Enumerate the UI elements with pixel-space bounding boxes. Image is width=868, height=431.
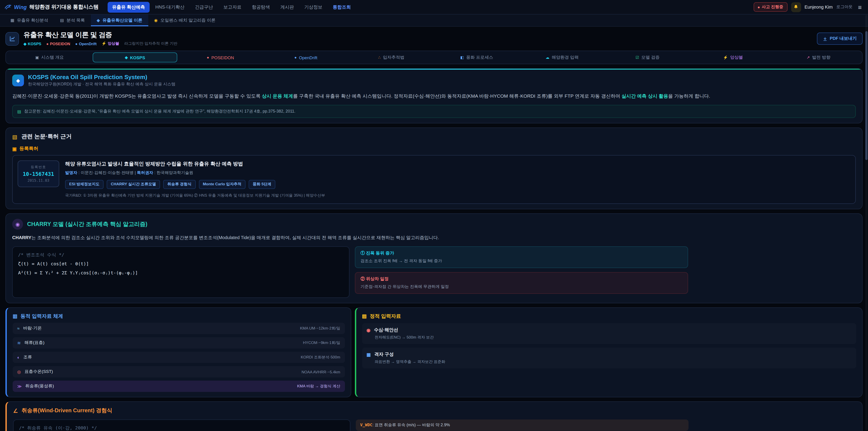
dot-icon: ● bbox=[75, 41, 78, 46]
tag-wdc-formula: 취송류 경험식 bbox=[163, 180, 195, 189]
tab-system-overview[interactable]: ▣시스템 개요 bbox=[7, 53, 92, 62]
wdc-notes-column: V_WDC: 표면 취송류 유속 (m/s) — 바람의 약 2.9% 18.6… bbox=[355, 420, 688, 431]
temperature-icon: ◎ bbox=[17, 370, 21, 374]
tab-label: 입자추적법 bbox=[383, 55, 404, 60]
top-navigation-bar: Wing 해양환경 위기대응 통합시스템 유출유 확산예측 HNS·대기확산 긴… bbox=[0, 0, 868, 14]
charry-description: CHARRY는 조화분석에 의한 검조소 실시간 조위와 조석 수치모델링에 의… bbox=[12, 234, 856, 242]
tab-future-direction[interactable]: ↗발전 방향 bbox=[776, 53, 861, 62]
subtab-model-theory[interactable]: ◈ 유출유확산모델 이론 bbox=[91, 14, 148, 26]
nav-item-board[interactable]: 게시판 bbox=[276, 2, 298, 12]
kosps-description: 김혜진·이문진·오세웅·강준묵 등(2011)이 개발한 KOSPS는 유출오염… bbox=[12, 92, 856, 100]
nav-item-aerial-search[interactable]: 항공탐색 bbox=[247, 2, 274, 12]
user-name: Eunjeong Kim bbox=[804, 4, 833, 9]
logout-button[interactable]: 로그아웃 bbox=[836, 4, 852, 10]
nav-item-emergency-rescue[interactable]: 긴급구난 bbox=[190, 2, 217, 12]
pdf-export-label: PDF 내보내기 bbox=[830, 36, 857, 41]
registration-number: 10-1567431 bbox=[21, 171, 56, 177]
subtab-label: 오일펜스 배치 알고리즘 이론 bbox=[160, 18, 215, 23]
nav-item-weather-info[interactable]: 기상정보 bbox=[300, 2, 327, 12]
group-label-text: 등록특허 bbox=[20, 146, 38, 152]
subtab-spill-analysis[interactable]: ▦ 유출유 확산분석 bbox=[4, 14, 54, 26]
tab-particle-tracking[interactable]: ∴입자추적법 bbox=[349, 53, 434, 62]
tag-esi-map: ESI 방제정보지도 bbox=[65, 180, 103, 189]
charry-notes-column: ① 진폭 동위 증가 검조소 조위 진폭 f배 → 전 격자 동일 f배 증가 … bbox=[355, 247, 688, 298]
nav-item-integrated-search[interactable]: 통합조회 bbox=[328, 2, 355, 12]
model-theory-icon: ◈ bbox=[97, 18, 100, 23]
pdf-export-button[interactable]: PDF 내보내기 bbox=[817, 33, 863, 45]
tab-opendrift[interactable]: ●OpenDrift bbox=[264, 53, 348, 62]
page-icon-chip bbox=[5, 32, 19, 45]
kosps-body-text: 을 가능하게 합니다. bbox=[668, 93, 710, 98]
assignee-value: : 한국해양과학기술원 bbox=[153, 171, 193, 175]
subtab-label: 유출유확산모델 이론 bbox=[102, 18, 142, 23]
note-title: ① 진폭 동위 증가 bbox=[361, 251, 683, 256]
scrollbar-thumb[interactable] bbox=[865, 31, 868, 160]
incident-dot-icon: ● bbox=[757, 5, 760, 9]
nav-item-reports[interactable]: 보고자료 bbox=[219, 2, 246, 12]
kosps-highlight: 실시간 예측 상시 활용 bbox=[621, 93, 668, 98]
charry-section-title: CHARRY 모델 (실시간 조류예측 핵심 알고리즘) bbox=[27, 221, 147, 228]
brand-logo-text: Wing bbox=[14, 4, 27, 10]
app-title: 해양환경 위기대응 통합시스템 bbox=[29, 4, 98, 10]
incident-status-badge[interactable]: ● 사고 진행중 bbox=[753, 2, 787, 12]
dot-icon: ● bbox=[294, 55, 297, 60]
tab-label: 풍화 프로세스 bbox=[466, 55, 493, 60]
wdc-speed-formula-block: /* 취송류 유속 (이·강, 2000) */ V_WDC = 0.029 ×… bbox=[13, 420, 350, 431]
spiral-icon: ◉ bbox=[12, 219, 23, 230]
notifications-button[interactable] bbox=[791, 2, 801, 12]
note-text: : 표면 취송류 유속 (m/s) — 바람의 약 2.9% bbox=[372, 423, 450, 427]
kosps-section-subtitle: 한국해양연구원(KORDI) 개발 · 전국 해역 특화 유출유 확산 예측 상… bbox=[28, 81, 176, 87]
nav-item-hns-atmospheric[interactable]: HNS·대기확산 bbox=[151, 2, 189, 12]
item-description: 좌표변환 → 영역추출 → 격자보간 표준화 bbox=[366, 360, 852, 365]
vertical-scrollbar[interactable] bbox=[865, 15, 868, 430]
brand-home-link[interactable]: Wing 해양환경 위기대응 통합시스템 bbox=[4, 4, 98, 10]
badge-label: OpenDrift bbox=[79, 41, 96, 46]
formula-line: ζ(t) = A(t) cos[σt - θ(t)] bbox=[18, 260, 344, 269]
tab-label: 모델 검증 bbox=[641, 55, 659, 60]
dynamic-row-wind: ≈바람·기온 KMA UM·~12km·2회/일 bbox=[13, 323, 345, 334]
lightning-icon: ⚡ bbox=[101, 41, 106, 45]
chart-icon: ▦ bbox=[10, 18, 14, 23]
wdc-formulas-column: /* 취송류 유속 (이·강, 2000) */ V_WDC = 0.029 ×… bbox=[13, 420, 350, 431]
model-badges: ◆KOSPS ●POSEIDON ●OpenDrift ⚡앙상블 라그랑지안 입… bbox=[24, 41, 178, 47]
hamburger-menu-icon[interactable]: ≡ bbox=[856, 3, 864, 11]
badge-label: 앙상블 bbox=[108, 41, 119, 45]
note-body: 검조소 조위 진폭 f배 → 전 격자 동일 f배 증가 bbox=[361, 258, 683, 264]
dot-icon: ● bbox=[46, 41, 49, 46]
monitor-icon: ▣ bbox=[35, 55, 39, 60]
tab-model-validation[interactable]: ☑모델 검증 bbox=[605, 53, 690, 62]
rocket-icon: ↗ bbox=[807, 55, 810, 60]
tab-weathering-process[interactable]: ◧풍화 프로세스 bbox=[434, 53, 519, 62]
tab-ocean-env-input[interactable]: ☁해양환경 입력 bbox=[520, 53, 604, 62]
subtab-boom-algorithm-theory[interactable]: ◉ 오일펜스 배치 알고리즘 이론 bbox=[148, 14, 221, 26]
dynamic-row-wdc: ≫취송류(풍성류) KMA 바람 → 경험식 계산 bbox=[13, 381, 345, 392]
row-value: HYCOM·~9km·1회/일 bbox=[303, 340, 340, 346]
incident-status-label: 사고 진행중 bbox=[762, 4, 783, 10]
tab-ensemble[interactable]: ⚡앙상블 bbox=[691, 53, 775, 62]
patent-title: 해양 유류오염사고 발생시 효율적인 방제방안 수립을 위한 유출유 확산 예측… bbox=[65, 161, 850, 167]
dynamic-row-current: ≋해류(표층) HYCOM·~9km·1회/일 bbox=[13, 337, 345, 349]
tab-label: 시스템 개요 bbox=[41, 55, 64, 60]
tab-poseidon[interactable]: ●POSEIDON bbox=[178, 53, 263, 62]
note-body: 기준점-격자점 간 위상차는 진폭에 무관하게 일정 bbox=[361, 284, 683, 290]
static-item-grid: ▦격자 구성 좌표변환 → 영역추출 → 격자보간 표준화 bbox=[362, 348, 856, 369]
tab-kosps[interactable]: ◆KOSPS bbox=[93, 53, 177, 62]
patent-meta: 발명자 : 이문진·김혜진·이승현·전태병 | 특허권자 : 한국해양과학기술원 bbox=[65, 170, 850, 176]
code-comment: /* 변조조석 수식 */ bbox=[18, 251, 344, 260]
row-label: 해류(표층) bbox=[24, 340, 44, 346]
boom-algorithm-icon: ◉ bbox=[154, 18, 158, 23]
code-comment: /* 취송류 유속 (이·강, 2000) */ bbox=[19, 424, 344, 431]
row-value: KMA UM·~12km·2회/일 bbox=[300, 326, 340, 331]
modulated-tide-formula-block: /* 변조조석 수식 */ ζ(t) = A(t) cos[σt - θ(t)]… bbox=[12, 247, 350, 298]
subtab-analysis-list[interactable]: ▤ 분석 목록 bbox=[54, 14, 91, 26]
process-icon: ◧ bbox=[460, 55, 464, 60]
registration-number-box: 등록번호 10-1567431 2015.11.03 bbox=[18, 161, 59, 187]
patent-item[interactable]: 등록번호 10-1567431 2015.11.03 해양 유류오염사고 발생시… bbox=[12, 155, 856, 204]
reference-box: ▤ 참고문헌: 김혜진·이문진·오세웅·강준묵, “유출유 확산 예측 모델의 … bbox=[12, 105, 856, 118]
inventors-value: : 이문진·김혜진·이승현·전태병 | bbox=[77, 171, 137, 175]
list-icon: ▤ bbox=[60, 18, 64, 23]
dynamic-inputs-card: ▥ 동적 입력자료 체계 ≈바람·기온 KMA UM·~12km·2회/일 ≋해… bbox=[5, 308, 351, 398]
note-title: ② 위상차 일정 bbox=[361, 276, 683, 282]
row-value: KORDI 조화분석·500m bbox=[301, 355, 340, 360]
nav-item-oil-spill-prediction[interactable]: 유출유 확산예측 bbox=[107, 2, 150, 12]
